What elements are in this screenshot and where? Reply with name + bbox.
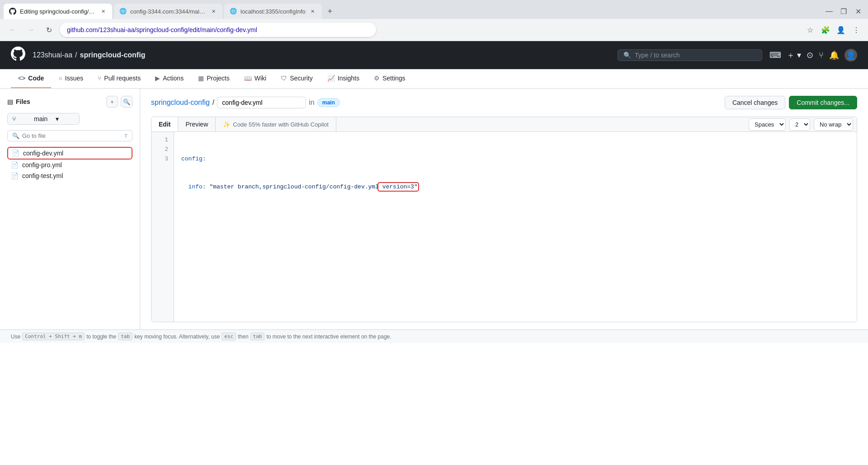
search-box[interactable]: 🔍 Type / to search [618, 49, 762, 61]
in-label: in [309, 99, 314, 107]
plus-icon[interactable]: ＋ ▾ [787, 50, 801, 61]
commit-changes-button[interactable]: Commit changes... [789, 96, 857, 109]
nav-pr-label: Pull requests [104, 75, 141, 82]
tab-favicon-2: 🌐 [119, 8, 127, 15]
code-editor[interactable]: 1 2 3 config: info: "master branch,sprin… [151, 132, 857, 322]
tab-edit[interactable]: Edit [151, 117, 178, 132]
nav-settings[interactable]: ⚙ Settings [367, 69, 413, 88]
editor-area: springcloud-config / in main Cancel chan… [140, 89, 868, 329]
notifications-icon[interactable]: 🔔 [829, 50, 839, 60]
code-line-1: config: [181, 155, 849, 164]
browser-tab-active[interactable]: Editing springcloud-config/co... ✕ [4, 4, 112, 19]
wiki-icon: 📖 [244, 75, 252, 82]
avatar[interactable]: 👤 [844, 49, 857, 61]
issues-nav-icon: ○ [58, 75, 62, 82]
editor-actions: Cancel changes Commit changes... [725, 96, 857, 109]
github-logo[interactable] [11, 47, 25, 64]
nav-code-label: Code [28, 75, 44, 82]
issues-icon[interactable]: ⊙ [807, 50, 813, 60]
browser-tab-3[interactable]: 🌐 localhost:3355/configInfo ✕ [224, 4, 322, 19]
sidebar-header: ▤ Files + 🔍 [7, 96, 132, 108]
file-item-config-dev[interactable]: 📄 config-dev.yml [7, 147, 132, 160]
editor-filename-input[interactable] [217, 97, 306, 108]
minimize-button[interactable]: — [823, 5, 835, 18]
spaces-select[interactable]: Spaces [749, 118, 786, 131]
sidebar-title: Files [16, 98, 30, 105]
profile-icon[interactable]: 👤 [835, 23, 847, 36]
status-text-toggle: to toggle the [86, 333, 116, 340]
file-name-config-pro: config-pro.yml [22, 161, 62, 169]
search-shortcut-icon: T [124, 133, 127, 139]
status-text-after: key moving focus. Alternatively, use [134, 333, 220, 340]
insights-icon: 📈 [327, 75, 335, 82]
line-numbers: 1 2 3 [151, 132, 174, 322]
nav-projects-label: Projects [207, 75, 230, 82]
nav-actions[interactable]: ▶ Actions [148, 69, 191, 88]
breadcrumb-user[interactable]: 123shuai-aa [33, 51, 72, 59]
branch-selector[interactable]: ⑂ main ▾ [7, 113, 80, 125]
tab-bar-right: — ❐ ✕ [823, 5, 864, 18]
editor-breadcrumb: springcloud-config / in main [151, 97, 340, 108]
spaces-value-select[interactable]: 2 [789, 118, 810, 131]
nav-projects[interactable]: ▦ Projects [191, 69, 237, 88]
sidebar-add-button[interactable]: + [106, 96, 118, 108]
nav-security[interactable]: 🛡 Security [274, 69, 320, 88]
chevron-down-icon: ▾ [56, 115, 75, 122]
back-button[interactable]: ← [5, 23, 20, 37]
file-list: 📄 config-dev.yml 📄 config-pro.yml 📄 conf… [7, 147, 132, 181]
file-item-config-pro[interactable]: 📄 config-pro.yml [7, 160, 132, 170]
code-line-3 [181, 211, 849, 220]
code-content[interactable]: config: info: "master branch,springcloud… [174, 132, 857, 322]
nav-insights[interactable]: 📈 Insights [320, 69, 367, 88]
close-window-button[interactable]: ✕ [852, 5, 864, 18]
maximize-button[interactable]: ❐ [837, 5, 850, 18]
editor-breadcrumb-repo[interactable]: springcloud-config [151, 99, 210, 107]
search-placeholder: Type / to search [635, 52, 680, 59]
tab-close-2[interactable]: ✕ [210, 8, 217, 15]
github-header: 123shuai-aa / springcloud-config 🔍 Type … [0, 41, 868, 69]
nav-insights-label: Insights [338, 75, 359, 82]
settings-icon: ⚙ [374, 75, 380, 82]
reload-button[interactable]: ↻ [42, 23, 56, 37]
tab-favicon-3: 🌐 [230, 8, 237, 15]
copilot-label: Code 55% faster with GitHub Copilot [233, 121, 329, 128]
line-number-2: 2 [151, 145, 174, 155]
search-icon: 🔍 [623, 52, 631, 59]
pr-icon: ⑂ [98, 75, 101, 82]
terminal-icon[interactable]: ⌨ [769, 50, 781, 60]
sidebar-search-button[interactable]: 🔍 [121, 96, 132, 108]
status-kbd-esc: esc [222, 333, 236, 340]
line-number-3: 3 [151, 155, 174, 164]
nav-pull-requests[interactable]: ⑂ Pull requests [90, 69, 148, 88]
breadcrumb-repo[interactable]: springcloud-config [80, 51, 146, 59]
status-text-use: Use [11, 333, 20, 340]
editor-toolbar: Edit Preview ✨ Code 55% faster with GitH… [151, 117, 857, 132]
tab-close-active[interactable]: ✕ [99, 8, 107, 15]
extensions-icon[interactable]: 🧩 [819, 23, 832, 36]
new-tab-button[interactable]: + [324, 5, 336, 18]
menu-icon[interactable]: ⋮ [850, 23, 863, 36]
code-line-2: info: "master branch,springcloud-config/… [181, 183, 849, 192]
nav-issues[interactable]: ○ Issues [51, 69, 90, 88]
bookmark-icon[interactable]: ☆ [804, 23, 816, 36]
tab-close-3[interactable]: ✕ [309, 8, 316, 15]
wrap-select[interactable]: No wrap [814, 118, 853, 131]
sidebar-icon-group: + 🔍 [106, 96, 132, 108]
search-file-input[interactable] [22, 132, 122, 139]
main-layout: ▤ Files + 🔍 ⑂ main ▾ 🔍 T 📄 config-dev.ym… [0, 89, 868, 329]
browser-tab-2[interactable]: 🌐 config-3344.com:3344/main/c... ✕ [114, 4, 222, 19]
nav-wiki[interactable]: 📖 Wiki [237, 69, 274, 88]
file-icon-pro: 📄 [11, 161, 19, 169]
status-kbd-tab: tab [118, 333, 132, 340]
sidebar-grid-icon: ▤ [7, 98, 13, 105]
forward-button[interactable]: → [24, 23, 38, 37]
file-name-config-test: config-test.yml [22, 172, 63, 179]
code-editor-container: Edit Preview ✨ Code 55% faster with GitH… [151, 117, 857, 322]
pull-requests-icon[interactable]: ⑂ [819, 51, 824, 60]
cancel-changes-button[interactable]: Cancel changes [725, 96, 785, 109]
nav-tabs: <> Code ○ Issues ⑂ Pull requests ▶ Actio… [0, 69, 868, 89]
address-input[interactable] [60, 23, 376, 37]
nav-code[interactable]: <> Code [11, 69, 51, 88]
tab-preview[interactable]: Preview [178, 117, 216, 132]
file-item-config-test[interactable]: 📄 config-test.yml [7, 170, 132, 181]
